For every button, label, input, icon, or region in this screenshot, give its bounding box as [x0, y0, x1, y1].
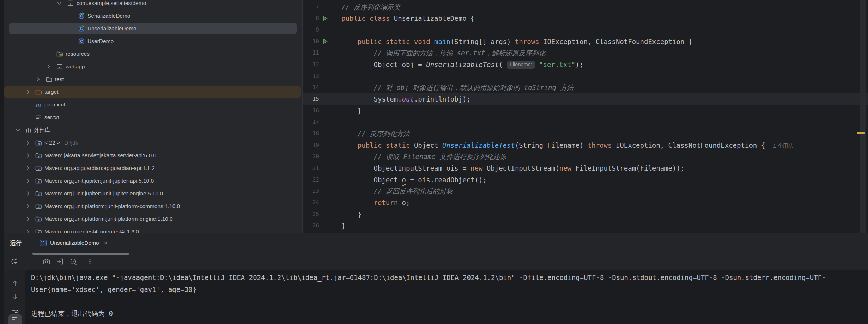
- tree-row-maven-org-apiguardian-apiguardian-api-1-1-2[interactable]: Maven: org.apiguardian:apiguardian-api:1…: [0, 162, 302, 174]
- more-options-button[interactable]: [86, 258, 94, 267]
- soft-wrap-icon[interactable]: [11, 306, 19, 314]
- tree-row-pom-xml[interactable]: mpom.xml: [0, 99, 302, 111]
- tree-row-unserializabledemo[interactable]: CUnserializableDemo: [0, 23, 302, 35]
- code-line-26[interactable]: }: [341, 220, 345, 232]
- code-line-19[interactable]: public static Object UnserializableTest(…: [341, 140, 794, 151]
- tree-row-target[interactable]: target: [0, 86, 302, 98]
- code-line-16[interactable]: }: [341, 105, 362, 117]
- line-number-24[interactable]: 24: [303, 197, 319, 209]
- chevron-right-icon[interactable]: [25, 190, 31, 197]
- run-line-icon[interactable]: [323, 13, 329, 24]
- code-token: System.: [374, 95, 402, 103]
- chevron-right-icon[interactable]: [45, 63, 52, 70]
- chevron-down-icon[interactable]: [56, 0, 62, 6]
- code-line-25[interactable]: }: [341, 209, 362, 220]
- chevron-right-icon[interactable]: [25, 140, 31, 146]
- line-number-20[interactable]: 20: [303, 151, 319, 163]
- tree-row-webapp[interactable]: webapp: [0, 61, 302, 73]
- code-line-14[interactable]: // 对 obj 对象进行输出，默认调用原始对象的 toString 方法: [341, 82, 573, 93]
- run-tab[interactable]: UnserializableDemo ×: [32, 233, 129, 253]
- line-number-25[interactable]: 25: [303, 209, 319, 220]
- line-number-18[interactable]: 18: [303, 128, 319, 140]
- tree-row-maven-org-junit-jupiter-junit-jupiter-api-5-10-0[interactable]: Maven: org.junit.jupiter:junit-jupiter-a…: [0, 175, 302, 187]
- tree-item-label: UnserializableDemo: [87, 23, 136, 35]
- chevron-right-icon[interactable]: [25, 165, 31, 171]
- code-token: }: [341, 210, 362, 218]
- chevron-right-icon[interactable]: [25, 89, 31, 95]
- code-line-23[interactable]: // 返回反序列化后的对象: [341, 185, 453, 197]
- tree-item-label: Maven: org.opentest4j:opentest4j:1.3.0: [44, 226, 139, 233]
- tree-row-maven-org-junit-jupiter-junit-jupiter-engine-5-10-0[interactable]: Maven: org.junit.jupiter:junit-jupiter-e…: [0, 188, 302, 200]
- scroll-down-icon[interactable]: [11, 293, 19, 300]
- tree-row-maven-jakarta-servlet-jakarta-servlet-api-6-0-0[interactable]: Maven: jakarta.servlet:jakarta.servlet-a…: [0, 149, 302, 161]
- tree-row-serializabledemo[interactable]: CSerializableDemo: [0, 10, 302, 22]
- line-number-14[interactable]: 14: [303, 82, 319, 93]
- panel-resize-divider[interactable]: [302, 0, 303, 233]
- chevron-right-icon[interactable]: [35, 76, 41, 82]
- toolbar-separator: [37, 258, 37, 266]
- code-line-11[interactable]: // 调用下面的方法，传输 ser.txt，解析还原反序列化: [341, 47, 545, 59]
- tree-row--22-[interactable]: < 22 >D:\jdk: [0, 137, 302, 149]
- code-line-20[interactable]: // 读取 Filename 文件进行反序列化还原: [341, 151, 506, 163]
- thread-dump-button[interactable]: [43, 258, 50, 267]
- code-token: [341, 38, 358, 45]
- code-editor[interactable]: 7891011121314151617181920212223242526 //…: [303, 0, 868, 233]
- code-line-24[interactable]: return o;: [341, 197, 410, 209]
- line-number-15[interactable]: 15: [303, 93, 319, 105]
- code-line-10[interactable]: public static void main(String[] args) t…: [341, 36, 692, 48]
- line-number-13[interactable]: 13: [303, 71, 319, 82]
- chevron-right-icon[interactable]: [25, 152, 31, 159]
- rerun-button[interactable]: [10, 258, 18, 267]
- tree-row-userdemo[interactable]: CUserDemo: [0, 35, 302, 47]
- folder-resources-icon: [56, 50, 63, 57]
- tree-row-maven-org-junit-platform-junit-platform-engine-1-10-0[interactable]: Maven: org.junit.platform:junit-platform…: [0, 213, 302, 225]
- code-line-21[interactable]: ObjectInputStream ois = new ObjectInputS…: [341, 163, 684, 174]
- tree-row-maven-org-opentest4j-opentest4j-1-3-0[interactable]: Maven: org.opentest4j:opentest4j:1.3.0: [0, 226, 302, 233]
- line-number-19[interactable]: 19: [303, 140, 319, 151]
- line-number-11[interactable]: 11: [303, 47, 319, 59]
- run-line-icon[interactable]: [323, 36, 329, 48]
- package-icon: [56, 63, 63, 70]
- code-line-22[interactable]: Object o = ois.readObject();: [341, 174, 487, 186]
- tree-row-maven-org-junit-platform-junit-platform-commons-1-10-0[interactable]: Maven: org.junit.platform:junit-platform…: [0, 200, 302, 212]
- warning-stripe-mark[interactable]: [857, 132, 865, 134]
- line-number-17[interactable]: 17: [303, 116, 319, 128]
- code-line-12[interactable]: Object obj = UnserializableTest( Filenam…: [341, 59, 583, 71]
- tree-row-com-example-serialtestdemo[interactable]: com.example.serialtestdemo: [0, 0, 302, 9]
- chevron-right-icon[interactable]: [25, 228, 31, 233]
- line-number-7[interactable]: 7: [303, 1, 319, 13]
- chevron-down-icon[interactable]: [15, 127, 21, 133]
- code-line-7[interactable]: // 反序列化演示类: [341, 1, 400, 13]
- code-line-15[interactable]: System.out.println(obj);: [341, 93, 471, 105]
- tree-row-ser-txt[interactable]: ser.txt: [0, 111, 302, 123]
- maven-icon: m: [35, 101, 42, 108]
- code-token: = ois.readObject();: [406, 176, 487, 184]
- tree-row-test[interactable]: test: [0, 73, 302, 85]
- line-number-12[interactable]: 12: [303, 59, 319, 71]
- line-number-21[interactable]: 21: [303, 163, 319, 174]
- line-number-26[interactable]: 26: [303, 220, 319, 232]
- text-caret: [471, 94, 471, 103]
- tree-row-resources[interactable]: resources: [0, 48, 302, 60]
- gauge-icon-button[interactable]: [69, 258, 78, 267]
- chevron-right-icon[interactable]: [25, 178, 31, 184]
- console-line: D:\jdk\bin\java.exe "-javaagent:D:\idea\…: [31, 272, 826, 283]
- editor-scrollbar[interactable]: [860, 0, 866, 233]
- tree-row--[interactable]: 外部库: [0, 124, 302, 136]
- line-number-23[interactable]: 23: [303, 185, 319, 197]
- scroll-to-end-button[interactable]: [8, 314, 22, 324]
- chevron-right-icon[interactable]: [25, 203, 31, 209]
- line-number-10[interactable]: 10: [303, 36, 319, 48]
- line-number-16[interactable]: 16: [303, 105, 319, 117]
- exit-icon-button[interactable]: [56, 258, 64, 267]
- line-number-22[interactable]: 22: [303, 174, 319, 186]
- line-number-8[interactable]: 8: [303, 13, 319, 24]
- line-number-9[interactable]: 9: [303, 24, 319, 36]
- code-line-8[interactable]: public class UnserializableDemo {: [341, 13, 475, 24]
- scroll-up-icon[interactable]: [11, 279, 19, 287]
- console[interactable]: D:\jdk\bin\java.exe "-javaagent:D:\idea\…: [0, 270, 868, 324]
- chevron-right-icon[interactable]: [25, 216, 31, 222]
- code-line-18[interactable]: // 反序列化方法: [341, 128, 410, 140]
- close-tab-icon[interactable]: ×: [104, 240, 108, 246]
- code-token: public class: [341, 14, 394, 22]
